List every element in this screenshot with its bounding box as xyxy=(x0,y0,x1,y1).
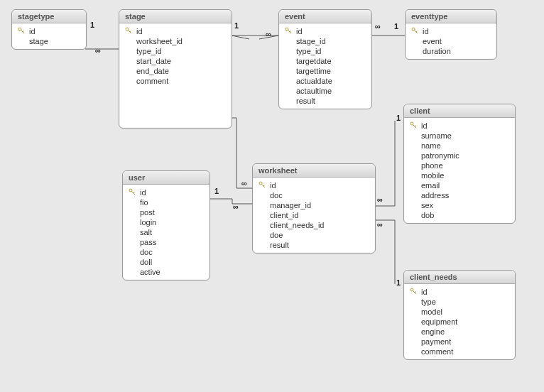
svg-point-3 xyxy=(412,28,415,31)
field-name: id xyxy=(28,27,36,36)
table-client-needs[interactable]: client_needs idtypemodelequipmentenginep… xyxy=(403,270,516,360)
field-name: post xyxy=(138,208,155,217)
table-body: idworksheet_idtype_idstart_dateend_datec… xyxy=(119,23,232,89)
field-name: doc xyxy=(138,248,153,256)
field-row: type_id xyxy=(121,46,230,56)
field-name: start_date xyxy=(135,57,171,65)
field-name: client_id xyxy=(268,211,298,219)
field-name: event xyxy=(421,37,442,45)
svg-point-6 xyxy=(410,122,413,125)
key-icon xyxy=(285,27,295,36)
field-name: duration xyxy=(421,47,451,55)
field-row: id xyxy=(407,26,495,36)
field-row: client_id xyxy=(254,210,374,220)
field-row: id xyxy=(124,187,208,197)
key-icon xyxy=(259,181,268,190)
field-name: active xyxy=(138,268,161,276)
field-row: id xyxy=(254,180,374,190)
table-stage[interactable]: stage idworksheet_idtype_idstart_dateend… xyxy=(119,9,232,129)
field-name: doc xyxy=(268,191,283,200)
table-body: iddocmanager_idclient_idclient_needs_idd… xyxy=(253,178,375,253)
table-body: idsurnamenamepatronymicphonemobileemaila… xyxy=(404,118,515,223)
key-icon xyxy=(129,188,138,197)
card-one: 1 xyxy=(396,114,401,122)
field-name: id xyxy=(138,188,146,197)
field-name: doll xyxy=(138,258,152,266)
field-name: email xyxy=(420,181,440,190)
table-body: idtypemodelequipmentenginepaymentcomment xyxy=(404,284,515,359)
field-name: patronymic xyxy=(420,151,459,160)
field-name: phone xyxy=(420,161,443,170)
field-name: name xyxy=(420,141,441,150)
field-name: address xyxy=(420,191,449,200)
table-header: stagetype xyxy=(12,10,86,23)
field-name: type xyxy=(420,298,436,306)
table-header: client xyxy=(404,104,515,118)
field-row: surname xyxy=(406,131,513,141)
field-name: id xyxy=(421,27,429,36)
key-icon xyxy=(18,27,28,36)
field-name: result xyxy=(268,241,289,249)
field-name: sex xyxy=(420,201,433,209)
field-row: end_date xyxy=(121,66,230,76)
field-name: targetdate xyxy=(295,57,332,65)
field-row: address xyxy=(406,190,513,200)
table-body: idfiopostloginsaltpassdocdollactive xyxy=(123,185,210,280)
field-name: actaultime xyxy=(295,87,332,95)
table-body: idstage xyxy=(12,23,86,49)
field-name: equipment xyxy=(420,317,457,326)
card-many: ∞ xyxy=(95,46,101,55)
field-name: stage_id xyxy=(295,37,326,45)
field-row: targetdate xyxy=(281,56,370,66)
field-row: type_id xyxy=(281,46,370,56)
field-name: comment xyxy=(135,77,168,85)
table-user[interactable]: user idfiopostloginsaltpassdocdollactive xyxy=(122,170,210,281)
field-name: type_id xyxy=(295,47,321,55)
card-one: 1 xyxy=(394,22,398,31)
table-eventtype[interactable]: eventtype ideventduration xyxy=(405,9,497,60)
table-header: stage xyxy=(119,10,232,23)
key-icon xyxy=(410,121,420,130)
field-name: id xyxy=(295,27,303,36)
key-icon xyxy=(410,288,420,296)
field-row: event xyxy=(407,36,495,46)
table-header: user xyxy=(123,171,210,185)
field-row: id xyxy=(406,287,513,297)
field-row: doe xyxy=(254,230,374,240)
field-name: comment xyxy=(420,347,453,356)
table-client[interactable]: client idsurnamenamepatronymicphonemobil… xyxy=(403,104,516,224)
field-name: salt xyxy=(138,228,152,236)
svg-point-4 xyxy=(129,189,132,192)
field-row: dob xyxy=(406,210,513,220)
field-row: patronymic xyxy=(406,151,513,160)
table-stagetype[interactable]: stagetype idstage xyxy=(11,9,87,50)
field-name: id xyxy=(135,27,143,36)
field-row: payment xyxy=(406,337,513,347)
card-many: ∞ xyxy=(377,195,383,204)
field-row: stage_id xyxy=(281,36,370,46)
field-row: doll xyxy=(124,257,208,267)
field-name: mobile xyxy=(420,171,444,180)
svg-point-7 xyxy=(410,288,413,291)
field-name: login xyxy=(138,218,156,227)
table-header: worksheet xyxy=(253,164,375,178)
field-row: result xyxy=(254,240,374,250)
card-one: 1 xyxy=(214,187,219,195)
svg-point-0 xyxy=(18,28,21,31)
field-name: id xyxy=(268,181,276,190)
svg-point-5 xyxy=(259,182,262,185)
table-event[interactable]: event idstage_idtype_idtargetdatetargett… xyxy=(278,9,372,109)
table-body: idstage_idtype_idtargetdatetargettimeact… xyxy=(279,23,371,109)
field-row: worksheet_id xyxy=(121,36,230,46)
field-row: actualdate xyxy=(281,76,370,86)
er-diagram-canvas: 1 ∞ 1 ∞ ∞ 1 ∞ 1 1 ∞ ∞ 1 ∞ 1 stagetype id… xyxy=(0,0,544,392)
card-one: 1 xyxy=(90,21,94,29)
svg-point-1 xyxy=(126,28,129,31)
svg-point-2 xyxy=(285,28,288,31)
field-name: engine xyxy=(420,327,445,336)
field-row: duration xyxy=(407,46,495,56)
field-name: pass xyxy=(138,238,156,246)
field-row: comment xyxy=(121,76,230,86)
field-name: manager_id xyxy=(268,201,311,209)
table-worksheet[interactable]: worksheet iddocmanager_idclient_idclient… xyxy=(252,163,376,254)
